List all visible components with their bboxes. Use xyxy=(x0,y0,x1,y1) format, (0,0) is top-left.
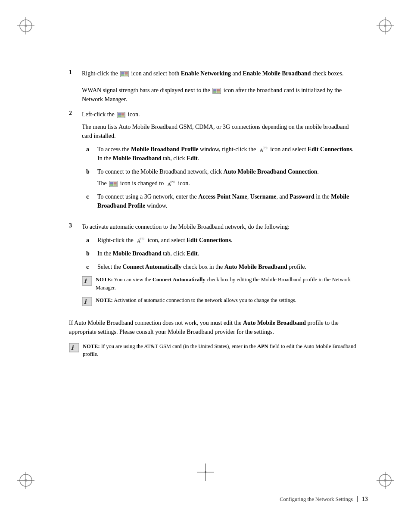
step-3a-content: Right-click the A ((•)) icon, and select… xyxy=(97,236,359,245)
footer-chapter-text: Configuring the Network Settings xyxy=(280,496,353,503)
closing-note-icon: ℹ xyxy=(69,343,79,352)
step-3c-content: Select the Connect Automatically check b… xyxy=(97,262,359,271)
step-3a-label: a xyxy=(86,236,96,245)
step-3-alpha-list: a Right-click the A ((•)) icon, and sele… xyxy=(82,236,359,271)
corner-mark-tr xyxy=(368,17,394,43)
main-content: 1 Right-click the icon and select both E… xyxy=(69,69,359,358)
step-3-number: 3 xyxy=(69,222,82,311)
mobile-icon-1: A ((•)) xyxy=(258,146,268,154)
svg-point-15 xyxy=(384,479,386,482)
note-2-text: NOTE: Activation of automatic connection… xyxy=(96,296,296,305)
svg-rect-23 xyxy=(125,75,128,76)
step-2a-content: To access the Mobile Broadband Profile w… xyxy=(97,145,359,163)
svg-rect-20 xyxy=(121,72,124,74)
step-2: 2 Left-click the icon. The menu lists Au… xyxy=(69,110,359,215)
svg-text:((•)): ((•)) xyxy=(263,146,268,149)
step-3: 3 To activate automatic connection to th… xyxy=(69,222,359,311)
closing-note: ℹ NOTE: If you are using the AT&T GSM ca… xyxy=(69,342,359,359)
svg-rect-25 xyxy=(214,89,216,91)
step-3c-label: c xyxy=(86,262,96,271)
step-3-content: To activate automatic connection to the … xyxy=(82,222,359,311)
svg-point-7 xyxy=(384,25,386,27)
svg-rect-40 xyxy=(114,184,116,186)
svg-rect-32 xyxy=(118,115,121,117)
corner-mark-br xyxy=(368,463,394,489)
step-3-text: To activate automatic connection to the … xyxy=(82,224,290,230)
footer: Configuring the Network Settings 13 xyxy=(0,496,411,503)
step-1: 1 Right-click the icon and select both E… xyxy=(69,69,359,78)
step-1-text: Right-click the icon and select both Ena… xyxy=(82,70,343,77)
svg-rect-22 xyxy=(121,75,124,76)
closing-note-text: NOTE: If you are using the AT&T GSM card… xyxy=(83,342,359,359)
step-2c-content: To connect using a 3G network, enter the… xyxy=(97,192,359,210)
footer-divider xyxy=(357,496,358,502)
svg-point-11 xyxy=(25,479,27,482)
step-2-alpha-list: a To access the Mobile Broadband Profile… xyxy=(82,145,359,210)
network-icon-3 xyxy=(117,112,125,118)
note-1-text: NOTE: You can view the Connect Automatic… xyxy=(96,276,359,292)
svg-rect-33 xyxy=(121,115,124,117)
closing-paragraph: If Auto Mobile Broadband connection does… xyxy=(69,318,359,336)
step-2c: c To connect using a 3G network, enter t… xyxy=(86,192,359,210)
step-2a-label: a xyxy=(86,145,96,163)
step-1-number: 1 xyxy=(69,69,82,78)
svg-rect-30 xyxy=(118,113,121,115)
svg-rect-27 xyxy=(214,91,216,93)
mobile-icon-changed: A ((•)) xyxy=(166,180,176,188)
step-2b-content: To connect to the Mobile Broadband netwo… xyxy=(97,167,359,188)
note-icon-1: ℹ xyxy=(82,276,92,286)
note-1: ℹ NOTE: You can view the Connect Automat… xyxy=(82,276,359,292)
svg-rect-21 xyxy=(125,72,128,74)
svg-text:((•)): ((•)) xyxy=(140,237,144,240)
step-2-number: 2 xyxy=(69,110,82,215)
note-icon-2: ℹ xyxy=(82,297,92,306)
step-2-continuation: The menu lists Auto Mobile Broadband GSM… xyxy=(82,122,359,140)
step-2-content: Left-click the icon. The menu lists Auto… xyxy=(82,110,359,215)
svg-text:((•)): ((•)) xyxy=(170,180,175,184)
page: 1 Right-click the icon and select both E… xyxy=(0,0,411,532)
step-3b: b In the Mobile Broadband tab, click Edi… xyxy=(86,249,359,258)
step-3b-content: In the Mobile Broadband tab, click Edit. xyxy=(97,249,359,258)
svg-rect-38 xyxy=(114,182,116,184)
step-2b-label: b xyxy=(86,167,96,188)
step-2a: a To access the Mobile Broadband Profile… xyxy=(86,145,359,163)
page-number: 13 xyxy=(362,496,368,503)
svg-point-18 xyxy=(205,471,206,473)
step-2-text: Left-click the icon. xyxy=(82,111,140,118)
svg-rect-37 xyxy=(110,182,113,184)
corner-mark-tl xyxy=(17,17,43,43)
corner-mark-bl xyxy=(17,463,43,489)
network-icon-1 xyxy=(120,71,129,78)
step-3c: c Select the Connect Automatically check… xyxy=(86,262,359,271)
svg-point-3 xyxy=(25,25,27,27)
step-3b-label: b xyxy=(86,249,96,258)
step-2b: b To connect to the Mobile Broadband net… xyxy=(86,167,359,188)
network-icon-4 xyxy=(109,180,118,187)
svg-rect-26 xyxy=(217,89,220,91)
mobile-icon-2: A ((•)) xyxy=(136,237,145,245)
step-2c-label: c xyxy=(86,192,96,210)
step-2b-sub: The icon is changed to xyxy=(97,179,359,188)
note-2: ℹ NOTE: Activation of automatic connecti… xyxy=(82,296,359,306)
step-1-continuation: WWAN signal strength bars are displayed … xyxy=(69,86,359,104)
svg-rect-28 xyxy=(217,91,220,93)
step-3a: a Right-click the A ((•)) icon, and sele… xyxy=(86,236,359,245)
step-1-content: Right-click the icon and select both Ena… xyxy=(82,69,359,78)
bottom-center-mark xyxy=(197,464,214,482)
svg-rect-39 xyxy=(110,184,113,186)
svg-rect-31 xyxy=(121,113,124,115)
network-icon-2 xyxy=(212,87,221,94)
